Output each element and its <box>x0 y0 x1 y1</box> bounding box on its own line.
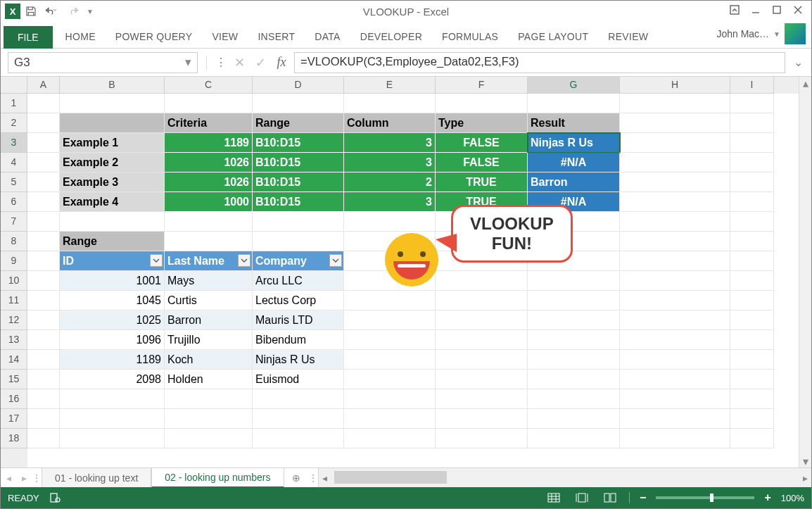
cell-H10[interactable] <box>620 271 730 291</box>
cell-F5[interactable]: TRUE <box>436 172 528 192</box>
cell-F12[interactable] <box>436 310 528 330</box>
cell-I1[interactable] <box>730 94 774 113</box>
cell-G1[interactable] <box>528 94 620 113</box>
cell-I14[interactable] <box>730 350 774 370</box>
row-headers[interactable]: 123456789101112131415161718 <box>1 94 27 467</box>
cell-H7[interactable] <box>620 212 730 232</box>
cell-G16[interactable] <box>528 389 620 409</box>
scroll-right-icon[interactable]: ▸ <box>799 472 811 484</box>
row-header-5[interactable]: 5 <box>1 172 27 192</box>
tab-review[interactable]: REVIEW <box>598 25 658 48</box>
cell-F8[interactable] <box>436 232 528 251</box>
cell-E6[interactable]: 3 <box>344 192 436 212</box>
cell-D9[interactable]: Company <box>253 251 344 271</box>
cell-E3[interactable]: 3 <box>344 133 436 153</box>
cell-H1[interactable] <box>620 94 730 113</box>
cell-D5[interactable]: B10:D15 <box>253 172 344 192</box>
row-header-11[interactable]: 11 <box>1 291 27 310</box>
cell-C17[interactable] <box>165 409 253 429</box>
accept-formula-icon[interactable]: ✓ <box>252 55 269 70</box>
cell-G8[interactable] <box>528 232 620 251</box>
cell-B18[interactable] <box>60 429 165 448</box>
cell-I3[interactable] <box>730 133 774 153</box>
cell-G15[interactable] <box>528 370 620 389</box>
filter-icon[interactable] <box>238 254 250 267</box>
row-header-18[interactable]: 18 <box>1 429 27 448</box>
cell-B2[interactable] <box>60 113 165 133</box>
new-sheet-icon[interactable]: ⊕ <box>284 468 308 487</box>
select-all-triangle[interactable] <box>1 77 27 94</box>
column-headers[interactable]: ABCDEFGHI <box>27 77 799 94</box>
cell-A5[interactable] <box>27 172 60 192</box>
cell-I15[interactable] <box>730 370 774 389</box>
prev-sheet-icon[interactable]: ◂ <box>6 472 11 484</box>
cell-A17[interactable] <box>27 409 60 429</box>
zoom-in-icon[interactable]: + <box>764 491 770 504</box>
maximize-icon[interactable] <box>766 2 787 18</box>
ribbon-display-icon[interactable] <box>724 2 745 18</box>
save-icon[interactable] <box>25 5 37 18</box>
cell-B15[interactable]: 2098 <box>60 370 165 389</box>
cell-I8[interactable] <box>730 232 774 251</box>
cell-G2[interactable]: Result <box>528 113 620 133</box>
fx-icon[interactable]: fx <box>273 55 290 70</box>
cell-A15[interactable] <box>27 370 60 389</box>
cell-G7[interactable] <box>528 212 620 232</box>
cell-F16[interactable] <box>436 389 528 409</box>
cell-D6[interactable]: B10:D15 <box>253 192 344 212</box>
cell-C1[interactable] <box>165 94 253 113</box>
cell-I18[interactable] <box>730 429 774 448</box>
row-header-10[interactable]: 10 <box>1 271 27 291</box>
cell-F15[interactable] <box>436 370 528 389</box>
col-header-E[interactable]: E <box>344 77 436 94</box>
cell-I6[interactable] <box>730 192 774 212</box>
scrollbar-thumb[interactable] <box>334 471 447 484</box>
cell-H17[interactable] <box>620 409 730 429</box>
scroll-up-icon[interactable]: ▴ <box>799 77 811 89</box>
cell-G11[interactable] <box>528 291 620 310</box>
cell-E5[interactable]: 2 <box>344 172 436 192</box>
tab-splitter-right[interactable]: ⋮ <box>308 468 318 487</box>
cell-A10[interactable] <box>27 271 60 291</box>
col-header-A[interactable]: A <box>27 77 60 94</box>
zoom-knob[interactable] <box>710 494 713 502</box>
row-header-6[interactable]: 6 <box>1 192 27 212</box>
zoom-slider[interactable] <box>656 496 754 499</box>
cell-H11[interactable] <box>620 291 730 310</box>
cell-E14[interactable] <box>344 350 436 370</box>
cell-I4[interactable] <box>730 153 774 172</box>
cell-D14[interactable]: Ninjas R Us <box>253 350 344 370</box>
row-header-17[interactable]: 17 <box>1 409 27 429</box>
cell-I17[interactable] <box>730 409 774 429</box>
cell-D12[interactable]: Mauris LTD <box>253 310 344 330</box>
cell-B1[interactable] <box>60 94 165 113</box>
redo-icon[interactable] <box>64 5 82 18</box>
cell-D2[interactable]: Range <box>253 113 344 133</box>
cell-E7[interactable] <box>344 212 436 232</box>
cell-I5[interactable] <box>730 172 774 192</box>
cell-H9[interactable] <box>620 251 730 271</box>
row-header-1[interactable]: 1 <box>1 94 27 113</box>
tab-view[interactable]: VIEW <box>202 25 248 48</box>
cell-I10[interactable] <box>730 271 774 291</box>
cell-E8[interactable] <box>344 232 436 251</box>
filter-icon[interactable] <box>329 254 342 267</box>
col-header-C[interactable]: C <box>165 77 253 94</box>
cell-A4[interactable] <box>27 153 60 172</box>
cell-F7[interactable] <box>436 212 528 232</box>
cell-E11[interactable] <box>344 291 436 310</box>
cell-A12[interactable] <box>27 310 60 330</box>
cell-F3[interactable]: FALSE <box>436 133 528 153</box>
cell-B10[interactable]: 1001 <box>60 271 165 291</box>
cell-D13[interactable]: Bibendum <box>253 330 344 350</box>
cell-A2[interactable] <box>27 113 60 133</box>
cell-E12[interactable] <box>344 310 436 330</box>
minimize-icon[interactable] <box>745 2 766 18</box>
cell-B12[interactable]: 1025 <box>60 310 165 330</box>
row-header-9[interactable]: 9 <box>1 251 27 271</box>
row-header-2[interactable]: 2 <box>1 113 27 133</box>
cell-B6[interactable]: Example 4 <box>60 192 165 212</box>
cell-H4[interactable] <box>620 153 730 172</box>
col-header-I[interactable]: I <box>730 77 774 94</box>
cell-B11[interactable]: 1045 <box>60 291 165 310</box>
